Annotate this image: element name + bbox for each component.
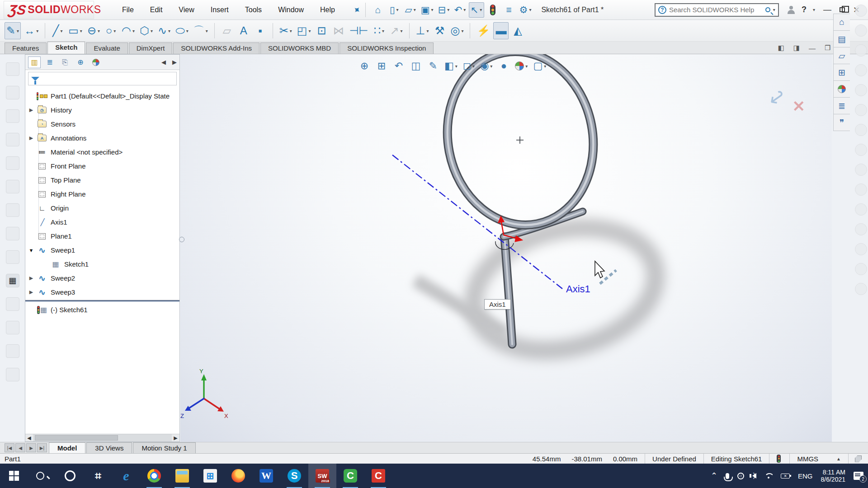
rapid-sketch-button[interactable]: ⚡ [475,22,492,39]
scrollbar-track[interactable] [33,434,172,441]
tree-item-part1[interactable]: Part1 (Default<<Default>_Display State [25,89,179,103]
panel-splitter-handle[interactable] [179,237,184,242]
view-orientation-dropdown[interactable]: ▾ [455,64,458,69]
collapse-arrow[interactable]: ▼ [25,248,37,253]
trim-entities-button[interactable]: ✂▾ [278,22,294,39]
user-account-icon[interactable] [787,6,795,14]
new-document-button[interactable]: ▯▾ [387,2,402,18]
task-view-taskbar-button[interactable] [84,464,112,488]
expand-arrow[interactable]: ▶ [25,107,37,113]
home-tab[interactable]: ⌂ [833,14,850,31]
select-cursor-button[interactable]: ↖▾ [469,2,484,18]
tab-dimxpert[interactable]: DimXpert [129,42,173,54]
scroll-left-icon[interactable]: ◀ [161,59,166,66]
view-settings-button[interactable]: ▢▾ [531,58,548,74]
last-tab-button[interactable]: ▶| [37,443,47,452]
camtasia-recorder-taskbar-button[interactable]: C [364,464,392,488]
tree-item-history[interactable]: ▶ ◷ History [25,103,179,117]
shaded-sketch-contours-button[interactable]: ◭ [510,22,525,39]
ellipse-tool-dropdown[interactable]: ▾ [186,28,189,33]
instant2d-button[interactable]: ▬ [493,22,509,39]
word-taskbar-button[interactable]: W [252,464,280,488]
design-library-tab[interactable]: ⊞ [833,64,850,81]
action-center-icon[interactable]: 2 [854,472,863,480]
3d-views-tab[interactable]: 3D Views [86,442,132,453]
taskbar-clock[interactable]: 8:11 AM 8/6/2021 [821,469,846,483]
tree-item-origin[interactable]: ∟ Origin [25,201,179,215]
arc-tool-button[interactable]: ◠▾ [120,22,137,39]
next-pane-icon[interactable]: ◨ [793,44,800,52]
trim-entities-dropdown[interactable]: ▾ [290,28,292,33]
search-taskbar-button[interactable] [28,464,56,488]
menu-file[interactable]: File [116,3,140,17]
previous-view-button[interactable]: ↶ [391,58,406,74]
zoom-to-fit-button[interactable]: ⊕ [357,58,372,74]
new-document-dropdown[interactable]: ▾ [396,7,398,12]
circle-tool-dropdown[interactable]: ▾ [113,28,116,33]
spline-tool-button[interactable]: ∿▾ [156,22,172,39]
search-dropdown[interactable]: ▾ [773,7,775,12]
sketch-fillet-dropdown[interactable]: ▾ [206,28,208,33]
line-tool-dropdown[interactable]: ▾ [60,28,62,33]
chrome-taskbar-button[interactable] [140,464,168,488]
options-list-button[interactable]: ≡ [501,2,517,18]
tree-item-annotations[interactable]: ▶ A Annotations [25,131,179,145]
tree-item-material[interactable]: ≔ Material <not specified> [25,145,179,159]
undo-dropdown[interactable]: ▾ [463,7,466,12]
arc-tool-dropdown[interactable]: ▾ [132,28,135,33]
search-input[interactable] [669,6,763,14]
displaymanager-tab[interactable] [90,56,102,68]
reference-plane-button[interactable]: ▱ [219,22,235,39]
tray-chevron-icon[interactable]: ⌃ [711,471,717,481]
dimxpertmanager-tab[interactable]: ⊕ [74,56,87,68]
screen-record-icon[interactable] [737,473,744,479]
expand-arrow[interactable]: ▶ [25,135,37,141]
rebuild-traffic-light-button[interactable] [485,2,500,18]
apply-scene-dropdown[interactable]: ▾ [525,64,528,69]
tree-item-sensors[interactable]: ◔ Sensors [25,117,179,131]
model-tab[interactable]: Model [49,442,85,453]
open-folder-dropdown[interactable]: ▾ [414,7,416,12]
smart-dimension-button[interactable]: ↔▾ [22,22,40,39]
hide-show-items-dropdown[interactable]: ▾ [490,64,492,69]
tag-icon[interactable] [855,455,862,462]
pin-menu-icon[interactable]: ✦ [350,3,363,16]
exit-sketch-button[interactable]: ✎▾ [5,22,21,39]
hide-show-items-button[interactable]: ◉▾ [478,58,494,74]
doc-restore-button[interactable]: ❒ [825,44,830,52]
edge-taskbar-button[interactable]: e [112,464,140,488]
scroll-left-arrow[interactable]: ◀ [25,435,33,441]
search-icon[interactable] [765,7,770,12]
display-delete-relations-button[interactable]: ⊥▾ [414,22,431,39]
help-dropdown[interactable]: ▾ [813,7,815,12]
start-taskbar-button[interactable] [0,464,28,488]
polygon-tool-dropdown[interactable]: ▾ [151,28,153,33]
view-orientation-button[interactable]: ◧▾ [443,58,459,74]
tree-item-top-plane[interactable]: Top Plane [25,173,179,187]
select-cursor-dropdown[interactable]: ▾ [480,7,482,12]
sketch-visibility-button[interactable]: ✎ [425,58,441,74]
undo-button[interactable]: ↶▾ [453,2,468,18]
move-entities-button[interactable]: ↗▾ [388,22,404,39]
tree-item-sweep3[interactable]: ▶ ∿ Sweep3 [25,285,179,299]
rectangle-tool-button[interactable]: ▭▾ [66,22,84,39]
menu-help[interactable]: Help [314,3,341,17]
menu-insert[interactable]: Insert [204,3,235,17]
mirror-button[interactable]: ⋈ [331,22,346,39]
spline-tool-dropdown[interactable]: ▾ [168,28,170,33]
slot-tool-dropdown[interactable]: ▾ [98,28,100,33]
doc-minimize-button[interactable]: — [809,44,816,52]
file-explorer-taskbar-button[interactable] [168,464,196,488]
minimize-button[interactable]: — [821,5,833,14]
tab-sketch[interactable]: Sketch [47,42,85,54]
menu-window[interactable]: Window [272,3,310,17]
wifi-icon[interactable] [764,473,773,479]
open-folder-button[interactable]: ▱▾ [403,2,418,18]
cortana-taskbar-button[interactable] [56,464,84,488]
tree-item-sketch1[interactable]: ▦ Sketch1 [25,257,179,271]
save-button[interactable]: ▣▾ [419,2,435,18]
convert-entities-dropdown[interactable]: ▾ [309,28,311,33]
language-indicator[interactable]: ENG [798,472,813,480]
ellipse-tool-button[interactable]: ⬭▾ [174,22,190,39]
tree-filter-bar[interactable] [28,72,177,85]
